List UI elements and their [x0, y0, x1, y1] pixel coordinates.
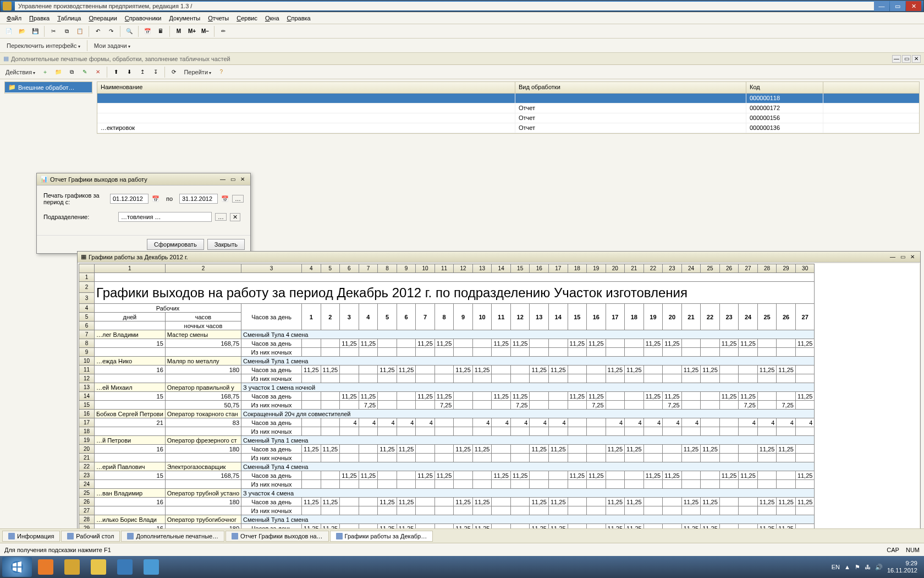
undo-icon[interactable]: ↶	[92, 26, 103, 37]
menu-Файл[interactable]: Файл	[3, 14, 25, 23]
delete-icon[interactable]: ✕	[92, 67, 103, 78]
task-icon[interactable]	[86, 557, 111, 577]
window-tabs: ИнформацияРабочий столДополнительные печ…	[0, 528, 924, 543]
period-label: Печать графиков за период с:	[43, 192, 107, 205]
save-icon[interactable]: 💾	[30, 26, 41, 37]
m-icon[interactable]: M	[173, 26, 184, 37]
help-icon[interactable]: ?	[216, 67, 227, 78]
cut-icon[interactable]: ✂	[48, 26, 59, 37]
menu-Справочники[interactable]: Справочники	[122, 14, 165, 23]
inner-minimize-button[interactable]: —	[892, 55, 901, 63]
menu-Отчеты[interactable]: Отчеты	[205, 14, 232, 23]
sheet-close-button[interactable]: ✕	[908, 253, 917, 261]
tree-root-item[interactable]: 📁 Внешние обработ…	[5, 82, 92, 92]
date-from-input[interactable]	[110, 194, 148, 204]
start-button[interactable]	[2, 557, 32, 577]
calendar-icon[interactable]: 📅	[152, 195, 160, 203]
dialog-header[interactable]: 📊 Отчет Графики выходов на работу — ▭ ✕	[37, 173, 250, 186]
menu-Документы[interactable]: Документы	[166, 14, 204, 23]
menu-Таблица[interactable]: Таблица	[54, 14, 84, 23]
volume-icon[interactable]: 🔊	[875, 564, 883, 571]
doc-icon: ▦	[3, 55, 9, 62]
menu-Правка[interactable]: Правка	[26, 14, 53, 23]
date-to-input[interactable]	[179, 194, 218, 204]
dialog-maximize-button[interactable]: ▭	[228, 176, 237, 183]
tray-clock[interactable]: 9:29 16.11.2012	[887, 560, 917, 574]
sheet-minimize-button[interactable]: —	[888, 253, 897, 261]
list-row[interactable]: …ектировокОтчет000000136	[97, 123, 919, 133]
tray-up-icon[interactable]: ▲	[844, 564, 850, 570]
sheet-icon: ▦	[81, 253, 86, 260]
window-tab[interactable]: Информация	[2, 531, 60, 542]
list-body[interactable]: 000000118Отчет000000172Отчет000000156…ек…	[97, 94, 920, 134]
sheet-title: Графики работы за Декабрь 2012 г.	[89, 254, 188, 260]
add-folder-icon[interactable]: 📁	[53, 67, 64, 78]
m-plus-icon[interactable]: M+	[186, 26, 197, 37]
maximize-button[interactable]: ▭	[890, 1, 905, 11]
task-icon[interactable]	[33, 557, 58, 577]
new-icon[interactable]: 📄	[3, 26, 14, 37]
menu-Операции[interactable]: Операции	[85, 14, 120, 23]
calendar-icon[interactable]: 📅	[221, 195, 229, 203]
tree-pane[interactable]: 📁 Внешние обработ…	[4, 81, 92, 94]
spreadsheet-grid[interactable]: 1234567891011121314151617181920212223242…	[79, 264, 919, 555]
sheet-header[interactable]: ▦ Графики работы за Декабрь 2012 г. — ▭ …	[78, 252, 920, 263]
move-down-icon[interactable]: ⬇	[124, 67, 135, 78]
inner-maximize-button[interactable]: ▭	[902, 55, 911, 63]
actions-toolbar: Действия ＋ 📁 ⧉ ✎ ✕ ⬆ ⬇ ↥ ↧ ⟳ Перейти ?	[0, 65, 924, 79]
window-tab[interactable]: Графики работы за Декабр…	[330, 531, 433, 542]
task-icon[interactable]	[139, 557, 164, 577]
menu-Сервис[interactable]: Сервис	[233, 14, 261, 23]
refresh-icon[interactable]: ⟳	[168, 67, 179, 78]
report-icon: 📊	[40, 176, 48, 183]
edit-icon[interactable]: ✎	[79, 67, 90, 78]
actions-menu[interactable]: Действия	[3, 68, 37, 77]
brush-icon[interactable]: ✏	[218, 26, 229, 37]
list-header-type[interactable]: Вид обработки	[515, 82, 746, 93]
switch-interface-button[interactable]: Переключить интерфейс	[3, 41, 84, 50]
open-icon[interactable]: 📂	[16, 26, 28, 37]
find-icon[interactable]: 🔍	[124, 26, 135, 37]
close-dialog-button[interactable]: Закрыть	[207, 239, 245, 250]
network-icon[interactable]: 🖧	[865, 564, 871, 570]
window-tab[interactable]: Отчет Графики выходов на…	[226, 531, 329, 542]
secondary-toolbar: Переключить интерфейс Мои задачи	[0, 39, 924, 53]
inner-close-button[interactable]: ✕	[912, 55, 921, 63]
list-header-code[interactable]: Код	[746, 82, 823, 93]
copy-row-icon[interactable]: ⧉	[66, 67, 77, 78]
move-up-icon[interactable]: ⬆	[111, 67, 122, 78]
minimize-button[interactable]: —	[874, 1, 889, 11]
window-tab[interactable]: Дополнительные печатные…	[121, 531, 224, 542]
dept-input[interactable]	[118, 212, 212, 222]
list-row[interactable]: 000000118	[97, 94, 919, 103]
add-icon[interactable]: ＋	[40, 67, 51, 78]
m-minus-icon[interactable]: M−	[200, 26, 211, 37]
menu-Окна[interactable]: Окна	[262, 14, 283, 23]
form-button[interactable]: Сформировать	[147, 239, 204, 250]
dialog-minimize-button[interactable]: —	[218, 176, 227, 183]
redo-icon[interactable]: ↷	[106, 26, 117, 37]
dialog-close-button[interactable]: ✕	[238, 176, 247, 183]
list-header-name[interactable]: Наименование	[97, 82, 515, 93]
paste-icon[interactable]: 📋	[74, 26, 85, 37]
calc-icon[interactable]: 🖩	[155, 26, 166, 37]
sheet-maximize-button[interactable]: ▭	[898, 253, 907, 261]
list-row[interactable]: Отчет000000156	[97, 113, 919, 123]
menu-Справка[interactable]: Справка	[284, 14, 314, 23]
clear-button[interactable]: ✕	[230, 213, 240, 221]
flag-icon[interactable]: ⚑	[855, 564, 860, 571]
my-tasks-button[interactable]: Мои задачи	[91, 41, 134, 50]
task-icon[interactable]	[59, 557, 85, 577]
close-button[interactable]: ✕	[906, 1, 921, 11]
tray-lang[interactable]: EN	[832, 564, 840, 570]
task-icon[interactable]	[112, 557, 138, 577]
list-row[interactable]: Отчет000000172	[97, 103, 919, 113]
level-up-icon[interactable]: ↥	[137, 67, 148, 78]
copy-icon[interactable]: ⧉	[61, 26, 72, 37]
ellipsis-button[interactable]: …	[232, 195, 244, 203]
select-button[interactable]: …	[215, 213, 227, 221]
goto-menu[interactable]: Перейти	[182, 68, 213, 77]
level-down-icon[interactable]: ↧	[150, 67, 161, 78]
calendar-icon[interactable]: 📅	[142, 26, 153, 37]
window-tab[interactable]: Рабочий стол	[61, 531, 120, 542]
